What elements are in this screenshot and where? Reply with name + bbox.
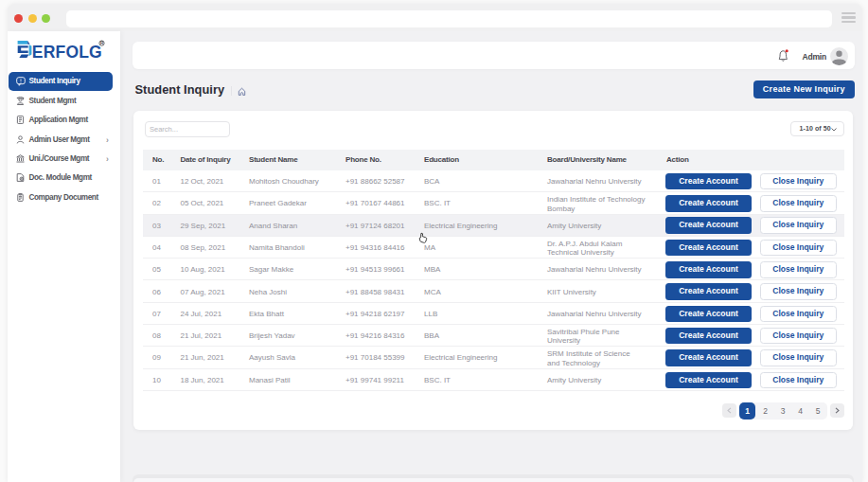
svg-text:ERFOLG: ERFOLG — [32, 43, 102, 62]
